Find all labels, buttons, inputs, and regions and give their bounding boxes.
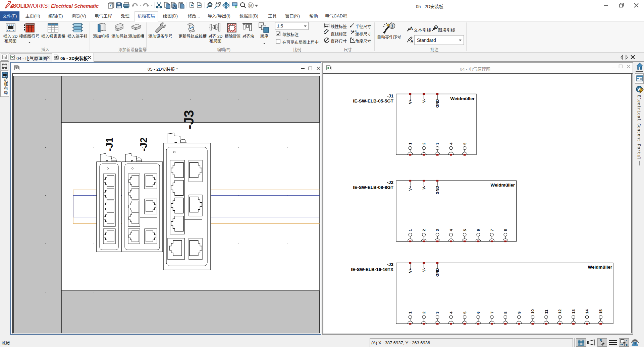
- svg-text:6: 6: [476, 311, 480, 314]
- svg-text:3: 3: [435, 143, 439, 145]
- svg-text:11: 11: [544, 309, 548, 314]
- svg-text:1: 1: [408, 311, 412, 314]
- svg-text:10: 10: [531, 309, 535, 314]
- svg-text:8: 8: [503, 311, 507, 314]
- svg-text:M: M: [249, 4, 252, 8]
- svg-text:V+: V+: [408, 268, 412, 273]
- svg-text:3: 3: [435, 229, 439, 231]
- svg-text:Electrical Schematic: Electrical Schematic: [51, 3, 99, 9]
- svg-text:9: 9: [517, 311, 521, 314]
- svg-text:1: 1: [435, 26, 437, 29]
- svg-text:12: 12: [558, 309, 562, 314]
- svg-text:5: 5: [463, 229, 467, 231]
- svg-text:14: 14: [585, 309, 589, 314]
- svg-text:A: A: [411, 39, 413, 43]
- svg-text:GND: GND: [435, 268, 439, 277]
- svg-text:V-: V-: [422, 186, 426, 190]
- svg-text:13: 13: [572, 309, 576, 314]
- svg-text:4: 4: [449, 311, 453, 314]
- svg-text:5: 5: [463, 142, 467, 145]
- svg-text:-J3: -J3: [181, 110, 196, 129]
- svg-text:3: 3: [435, 311, 439, 314]
- svg-text:2: 2: [422, 229, 426, 231]
- svg-text:-J1: -J1: [104, 137, 115, 151]
- svg-text:1: 1: [391, 23, 393, 28]
- svg-text:2: 2: [422, 311, 426, 314]
- svg-text:GND: GND: [435, 186, 439, 195]
- svg-text:WORKS: WORKS: [28, 3, 48, 9]
- svg-text:V-: V-: [422, 268, 426, 272]
- svg-text:SOLID: SOLID: [13, 3, 29, 9]
- svg-text:5: 5: [463, 311, 467, 314]
- svg-text:7: 7: [490, 229, 494, 231]
- svg-text:-J2: -J2: [138, 137, 149, 151]
- svg-text:V+: V+: [408, 186, 412, 191]
- svg-text:GND: GND: [435, 99, 439, 108]
- svg-text:4: 4: [449, 229, 453, 231]
- svg-text:|: |: [48, 3, 50, 9]
- svg-text:V-: V-: [422, 99, 426, 103]
- svg-text:V+: V+: [408, 99, 412, 104]
- svg-text:2: 2: [422, 143, 426, 145]
- svg-text:8: 8: [503, 229, 507, 231]
- svg-text:A: A: [410, 26, 413, 30]
- svg-text:1: 1: [408, 142, 412, 145]
- svg-text:7: 7: [490, 311, 494, 314]
- svg-text:15: 15: [599, 309, 603, 314]
- svg-text:1: 1: [408, 229, 412, 231]
- svg-text:4: 4: [449, 142, 453, 145]
- svg-text:6: 6: [476, 229, 480, 231]
